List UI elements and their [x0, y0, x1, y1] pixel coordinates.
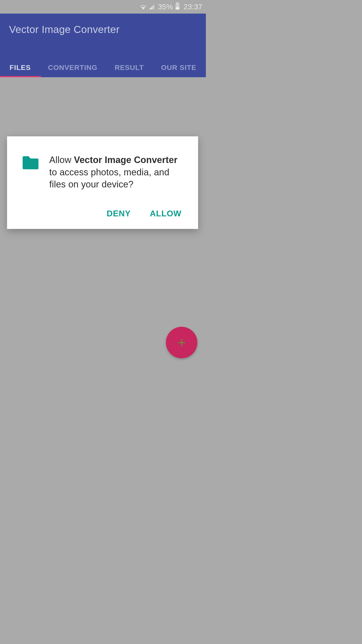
- dialog-scrim: Allow Vector Image Converter to access p…: [0, 0, 206, 362]
- permission-app-name: Vector Image Converter: [74, 155, 177, 165]
- allow-button[interactable]: ALLOW: [149, 207, 183, 220]
- folder-icon: [22, 156, 39, 170]
- dialog-actions: DENY ALLOW: [22, 207, 183, 220]
- permission-prefix: Allow: [49, 155, 74, 165]
- permission-suffix: to access photos, media, and files on yo…: [49, 167, 169, 190]
- permission-dialog: Allow Vector Image Converter to access p…: [7, 136, 198, 229]
- permission-text: Allow Vector Image Converter to access p…: [49, 154, 183, 191]
- deny-button[interactable]: DENY: [106, 207, 132, 220]
